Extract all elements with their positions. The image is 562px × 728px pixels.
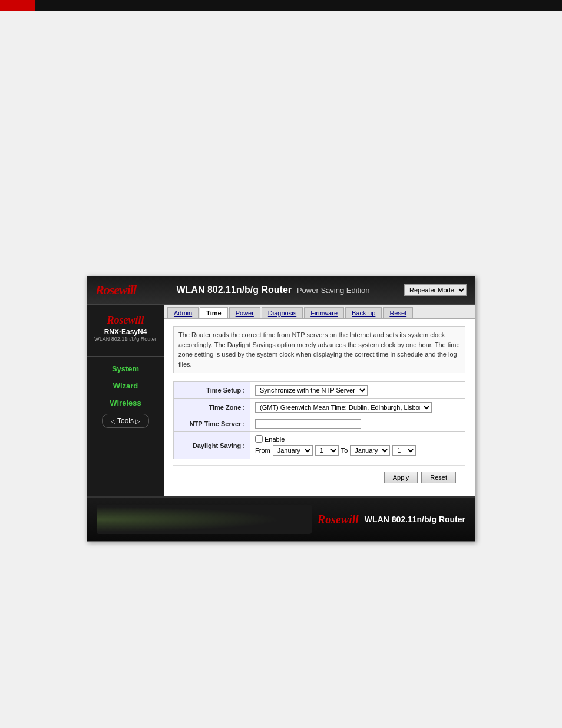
sidebar-item-wizard[interactable]: Wizard — [87, 377, 164, 394]
to-day-select[interactable]: 1 — [392, 445, 416, 456]
content-area: The Router reads the correct time from N… — [164, 319, 475, 496]
tab-admin[interactable]: Admin — [167, 307, 199, 318]
settings-form: Time Setup : Synchronize with the NTP Se… — [173, 381, 465, 459]
to-month-select[interactable]: January — [350, 445, 390, 456]
time-setup-row: Time Setup : Synchronize with the NTP Se… — [174, 382, 465, 399]
footer-brand-logo: Rosewill — [318, 513, 359, 526]
daylight-enable-wrapper: Enable — [255, 435, 460, 443]
reset-button[interactable]: Reset — [421, 472, 456, 483]
page-wrapper: Rosewill WLAN 802.11n/b/g Router Power S… — [0, 11, 562, 728]
sidebar-divider-1 — [87, 356, 164, 357]
daylight-saving-label: Daylight Saving : — [174, 432, 250, 459]
header-brand-logo: Rosewill — [95, 282, 136, 298]
mode-select[interactable]: Repeater Mode — [404, 284, 467, 296]
ntp-server-label: NTP Time Server : — [174, 416, 250, 432]
footer-text: WLAN 802.11n/b/g Router — [365, 515, 465, 524]
ntp-server-row: NTP Time Server : — [174, 416, 465, 432]
router-header: Rosewill WLAN 802.11n/b/g Router Power S… — [87, 276, 475, 305]
main-content: Admin Time Power Diagnosis Firmware Back… — [164, 305, 475, 496]
sidebar-item-tools[interactable]: Tools — [102, 414, 149, 428]
tab-diagnosis[interactable]: Diagnosis — [262, 307, 303, 318]
daylight-enable-checkbox[interactable] — [255, 435, 263, 443]
header-subtitle: Power Saving Edition — [297, 286, 370, 295]
sidebar-item-wireless[interactable]: Wireless — [87, 394, 164, 411]
header-title-area: WLAN 802.11n/b/g Router Power Saving Edi… — [142, 285, 404, 295]
tab-power[interactable]: Power — [229, 307, 260, 318]
sidebar-device-name: RNX-EasyN4 — [94, 328, 157, 336]
tab-firmware[interactable]: Firmware — [304, 307, 344, 318]
daylight-saving-row: Daylight Saving : Enable From January — [174, 432, 465, 459]
time-setup-select[interactable]: Synchronize with the NTP Server Manually — [255, 385, 368, 396]
tab-bar: Admin Time Power Diagnosis Firmware Back… — [164, 305, 475, 319]
router-body: Rosewill RNX-EasyN4 WLAN 802.11n/b/g Rou… — [87, 305, 475, 496]
sidebar-item-system[interactable]: System — [87, 360, 164, 377]
button-row: Apply Reset — [173, 465, 465, 489]
sidebar-brand: Rosewill RNX-EasyN4 WLAN 802.11n/b/g Rou… — [91, 311, 160, 345]
time-setup-label: Time Setup : — [174, 382, 250, 399]
time-zone-row: Time Zone : (GMT) Greenwich Mean Time: D… — [174, 399, 465, 416]
sidebar: Rosewill RNX-EasyN4 WLAN 802.11n/b/g Rou… — [87, 305, 164, 496]
daylight-range-row: From January 1 To January — [255, 445, 460, 456]
time-zone-label: Time Zone : — [174, 399, 250, 416]
tab-reset[interactable]: Reset — [383, 307, 413, 318]
header-title-text: WLAN 802.11n/b/g Router — [176, 285, 292, 295]
router-ui: Rosewill WLAN 802.11n/b/g Router Power S… — [87, 276, 475, 542]
top-bar — [0, 0, 562, 11]
from-month-select[interactable]: January — [273, 445, 313, 456]
from-label: From — [255, 447, 270, 454]
tab-time[interactable]: Time — [200, 307, 227, 318]
header-main-title: WLAN 802.11n/b/g Router Power Saving Edi… — [142, 285, 404, 295]
to-label: To — [341, 447, 348, 454]
ntp-server-input[interactable] — [255, 419, 361, 429]
footer-image-area — [97, 505, 312, 534]
time-zone-select[interactable]: (GMT) Greenwich Mean Time: Dublin, Edinb… — [255, 402, 432, 413]
router-footer: Rosewill WLAN 802.11n/b/g Router — [87, 496, 475, 541]
mode-select-wrapper[interactable]: Repeater Mode — [404, 284, 467, 296]
description-text: The Router reads the correct time from N… — [173, 326, 465, 373]
tab-backup[interactable]: Back-up — [345, 307, 382, 318]
apply-button[interactable]: Apply — [384, 472, 418, 483]
sidebar-brand-logo: Rosewill — [94, 314, 157, 327]
daylight-enable-label: Enable — [265, 436, 285, 443]
sidebar-device-subtitle: WLAN 802.11n/b/g Router — [94, 336, 157, 342]
from-day-select[interactable]: 1 — [315, 445, 339, 456]
